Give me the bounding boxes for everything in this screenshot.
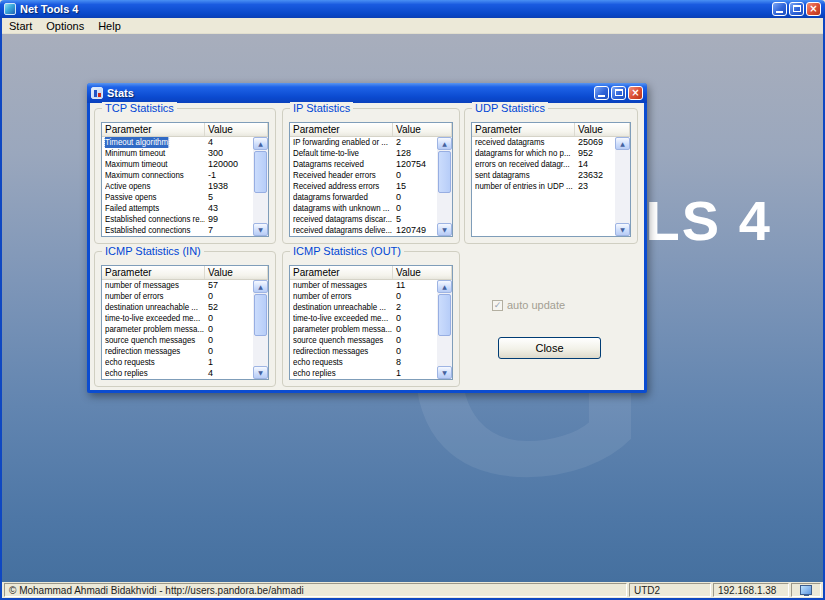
parameter-cell[interactable]: received datagrams bbox=[472, 137, 575, 148]
table-row[interactable]: Established connections7 bbox=[102, 225, 253, 236]
table-row[interactable]: destination unreachable ...52 bbox=[102, 302, 253, 313]
table-row[interactable]: number of errors0 bbox=[290, 291, 437, 302]
table-row[interactable]: Maximum timeout120000 bbox=[102, 159, 253, 170]
vertical-scrollbar[interactable]: ▲ ▼ bbox=[253, 280, 268, 379]
table-row[interactable]: Timeout algorithm4 bbox=[102, 137, 253, 148]
scroll-down-button[interactable]: ▼ bbox=[615, 223, 630, 236]
parameter-cell[interactable]: Failed attempts bbox=[102, 203, 205, 214]
parameter-cell[interactable]: echo replies bbox=[102, 368, 205, 379]
scroll-down-button[interactable]: ▼ bbox=[253, 366, 268, 379]
parameter-cell[interactable]: parameter problem messa... bbox=[102, 324, 205, 335]
parameter-cell[interactable]: Datagrams received bbox=[290, 159, 393, 170]
parameter-cell[interactable]: Default time-to-live bbox=[290, 148, 393, 159]
scroll-up-button[interactable]: ▲ bbox=[437, 137, 452, 150]
parameter-cell[interactable]: parameter problem messa... bbox=[290, 324, 393, 335]
table-row[interactable]: sent datagrams23632 bbox=[472, 170, 615, 181]
dialog-close-button[interactable]: × bbox=[628, 86, 643, 100]
dialog-maximize-button[interactable] bbox=[611, 86, 626, 100]
scroll-up-button[interactable]: ▲ bbox=[253, 280, 268, 293]
vertical-scrollbar[interactable]: ▲ ▼ bbox=[253, 137, 268, 236]
column-header-value[interactable]: Value bbox=[393, 123, 452, 136]
table-row[interactable]: received datagrams discar...5 bbox=[290, 214, 437, 225]
table-row[interactable]: redirection messages0 bbox=[290, 346, 437, 357]
minimize-button[interactable] bbox=[772, 2, 787, 16]
scroll-up-button[interactable]: ▲ bbox=[615, 137, 630, 150]
column-header-value[interactable]: Value bbox=[575, 123, 630, 136]
parameter-cell[interactable]: errors on received datagr... bbox=[472, 159, 575, 170]
parameter-cell[interactable]: datagrams with unknown ... bbox=[290, 203, 393, 214]
column-header-parameter[interactable]: Parameter bbox=[102, 266, 205, 279]
table-row[interactable]: destination unreachable ...2 bbox=[290, 302, 437, 313]
parameter-cell[interactable]: Established connections bbox=[102, 225, 205, 236]
scrollbar-thumb[interactable] bbox=[254, 151, 267, 193]
auto-update-checkbox[interactable]: ✓ auto update bbox=[492, 299, 565, 311]
parameter-cell[interactable]: echo requests bbox=[102, 357, 205, 368]
parameter-cell[interactable]: Minimum timeout bbox=[102, 148, 205, 159]
scroll-up-button[interactable]: ▲ bbox=[253, 137, 268, 150]
parameter-cell[interactable]: received datagrams delive... bbox=[290, 225, 393, 236]
ip-statistics-list[interactable]: Parameter Value IP forwarding enabled or… bbox=[289, 122, 453, 237]
parameter-cell[interactable]: Received header errors bbox=[290, 170, 393, 181]
dialog-close-action-button[interactable]: Close bbox=[498, 337, 601, 359]
table-row[interactable]: datagrams for which no p...952 bbox=[472, 148, 615, 159]
dialog-minimize-button[interactable] bbox=[594, 86, 609, 100]
table-row[interactable]: echo requests1 bbox=[102, 357, 253, 368]
parameter-cell[interactable]: redirection messages bbox=[102, 346, 205, 357]
column-header-parameter[interactable]: Parameter bbox=[102, 123, 205, 136]
table-row[interactable]: Minimum timeout300 bbox=[102, 148, 253, 159]
parameter-cell[interactable]: destination unreachable ... bbox=[102, 302, 205, 313]
scrollbar-thumb[interactable] bbox=[438, 151, 451, 193]
column-header-value[interactable]: Value bbox=[393, 266, 452, 279]
scrollbar-thumb[interactable] bbox=[438, 294, 451, 336]
table-row[interactable]: echo replies1 bbox=[290, 368, 437, 379]
parameter-cell[interactable]: number of errors bbox=[102, 291, 205, 302]
table-row[interactable]: source quench messages0 bbox=[290, 335, 437, 346]
table-row[interactable]: Established connections re...99 bbox=[102, 214, 253, 225]
table-row[interactable]: received datagrams25069 bbox=[472, 137, 615, 148]
vertical-scrollbar[interactable]: ▲ ▼ bbox=[615, 137, 630, 236]
parameter-cell[interactable]: Maximum timeout bbox=[102, 159, 205, 170]
tcp-statistics-list[interactable]: Parameter Value Timeout algorithm4Minimu… bbox=[101, 122, 269, 237]
parameter-cell[interactable]: source quench messages bbox=[102, 335, 205, 346]
table-row[interactable]: parameter problem messa...0 bbox=[102, 324, 253, 335]
parameter-cell[interactable]: number of entries in UDP ... bbox=[472, 181, 575, 192]
scroll-down-button[interactable]: ▼ bbox=[437, 366, 452, 379]
table-row[interactable]: IP forwarding enabled or ...2 bbox=[290, 137, 437, 148]
parameter-cell[interactable]: Active opens bbox=[102, 181, 205, 192]
column-header-value[interactable]: Value bbox=[205, 266, 268, 279]
table-row[interactable]: Datagrams received120754 bbox=[290, 159, 437, 170]
column-header-parameter[interactable]: Parameter bbox=[472, 123, 575, 136]
parameter-cell[interactable]: number of errors bbox=[290, 291, 393, 302]
parameter-cell[interactable]: number of messages bbox=[102, 280, 205, 291]
table-row[interactable]: time-to-live exceeded me...0 bbox=[102, 313, 253, 324]
parameter-cell[interactable]: sent datagrams bbox=[472, 170, 575, 181]
table-row[interactable]: number of errors0 bbox=[102, 291, 253, 302]
scroll-down-button[interactable]: ▼ bbox=[253, 223, 268, 236]
table-row[interactable]: Active opens1938 bbox=[102, 181, 253, 192]
stats-dialog-titlebar[interactable]: Stats × bbox=[87, 83, 647, 103]
parameter-cell[interactable]: echo requests bbox=[290, 357, 393, 368]
column-header-value[interactable]: Value bbox=[205, 123, 268, 136]
maximize-button[interactable] bbox=[789, 2, 804, 16]
table-row[interactable]: Received address errors15 bbox=[290, 181, 437, 192]
menu-start[interactable]: Start bbox=[2, 20, 39, 32]
table-row[interactable]: Maximum connections-1 bbox=[102, 170, 253, 181]
table-row[interactable]: Received header errors0 bbox=[290, 170, 437, 181]
parameter-cell[interactable]: Timeout algorithm bbox=[102, 137, 205, 148]
icmp-out-statistics-list[interactable]: Parameter Value number of messages11numb… bbox=[289, 265, 453, 380]
table-row[interactable]: time-to-live exceeded me...0 bbox=[290, 313, 437, 324]
column-header-parameter[interactable]: Parameter bbox=[290, 123, 393, 136]
parameter-cell[interactable]: datagrams forwarded bbox=[290, 192, 393, 203]
menu-options[interactable]: Options bbox=[39, 20, 91, 32]
table-row[interactable]: Failed attempts43 bbox=[102, 203, 253, 214]
scroll-down-button[interactable]: ▼ bbox=[437, 223, 452, 236]
table-row[interactable]: echo replies4 bbox=[102, 368, 253, 379]
vertical-scrollbar[interactable]: ▲ ▼ bbox=[437, 280, 452, 379]
table-row[interactable]: echo requests8 bbox=[290, 357, 437, 368]
parameter-cell[interactable]: source quench messages bbox=[290, 335, 393, 346]
table-row[interactable]: redirection messages0 bbox=[102, 346, 253, 357]
close-button[interactable]: × bbox=[806, 2, 821, 16]
parameter-cell[interactable]: number of messages bbox=[290, 280, 393, 291]
parameter-cell[interactable]: destination unreachable ... bbox=[290, 302, 393, 313]
parameter-cell[interactable]: received datagrams discar... bbox=[290, 214, 393, 225]
